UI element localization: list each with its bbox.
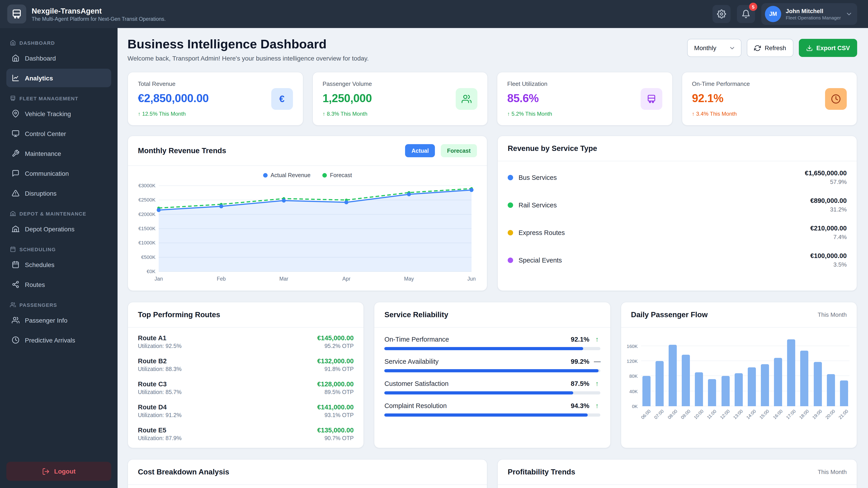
route-row-route-d4: Route D4 Utilization: 91.2% €141,000.00 … <box>128 399 364 422</box>
users-icon <box>12 316 20 324</box>
profitability-trends-card: Profitability Trends This Month <box>497 459 857 488</box>
reliability-list: On-Time Performance 92.1% ↑ Service Avai… <box>375 328 610 418</box>
service-name: Rail Services <box>519 201 557 208</box>
service-reliability-title: Service Reliability <box>384 311 448 319</box>
bar-x-label: 12:00 <box>719 409 732 421</box>
service-amount: €210,000.00 <box>810 225 847 232</box>
sidebar-item-maintenance[interactable]: Maintenance <box>6 144 111 163</box>
metric-value: 87.5% <box>571 380 589 387</box>
kpi-label: Fleet Utilization <box>507 80 552 87</box>
sidebar-item-predictive-arrivals[interactable]: Predictive Arrivals <box>6 331 111 349</box>
sidebar-item-schedules[interactable]: Schedules <box>6 255 111 274</box>
route-revenue: €135,000.00 <box>317 427 353 434</box>
sidebar-item-depot-operations[interactable]: Depot Operations <box>6 220 111 238</box>
user-menu[interactable]: JM John Mitchell Fleet Operations Manage… <box>761 3 857 25</box>
metric-label: On-Time Performance <box>384 335 571 343</box>
series-dot <box>508 257 513 263</box>
partial-row: Cost Breakdown Analysis Profitability Tr… <box>127 459 857 488</box>
kpi-value: €2,850,000.00 <box>138 92 209 105</box>
kpi-card-passenger-volume: Passenger Volume 1,250,000 ↑ 8.3% This M… <box>312 72 488 126</box>
home-icon <box>10 40 16 46</box>
service-type-row-rail-services: Rail Services €890,000.00 31.2% <box>498 191 857 219</box>
cost-breakdown-title: Cost Breakdown Analysis <box>138 468 229 476</box>
sidebar-item-label: Depot Operations <box>25 225 74 232</box>
period-select[interactable]: Monthly <box>687 39 742 57</box>
kpi-value: 92.1% <box>692 92 750 105</box>
sidebar-item-control-center[interactable]: Control Center <box>6 124 111 143</box>
service-reliability-card: Service Reliability On-Time Performance … <box>374 302 611 448</box>
sidebar-section-label: DEPOT & MAINTENANCE <box>20 211 86 216</box>
kpi-trend: ↑ 8.3% This Month <box>322 111 372 117</box>
route-name: Route D4 <box>138 403 182 411</box>
sidebar-item-passenger-info[interactable]: Passenger Info <box>6 311 111 329</box>
logout-button[interactable]: Logout <box>6 462 111 481</box>
export-csv-label: Export CSV <box>816 44 850 51</box>
progress-bar <box>384 391 600 394</box>
chevron-down-icon <box>845 10 852 18</box>
sidebar-item-disruptions[interactable]: Disruptions <box>6 184 111 202</box>
flow-bar-2000: 20:00 <box>825 336 836 418</box>
service-amount: €890,000.00 <box>810 197 847 204</box>
sidebar-item-label: Analytics <box>25 74 53 82</box>
sidebar-section-scheduling: SCHEDULING <box>10 246 107 252</box>
kpi-card-on-time-performance: On-Time Performance 92.1% ↑ 3.4% This Mo… <box>682 72 857 126</box>
svg-text:Mar: Mar <box>279 276 288 282</box>
kpi-label: On-Time Performance <box>692 80 750 87</box>
flow-bar-1800: 18:00 <box>799 336 810 418</box>
revenue-by-service-title: Revenue by Service Type <box>508 144 597 153</box>
bar-x-label: 14:00 <box>745 409 758 421</box>
sidebar-item-vehicle-tracking[interactable]: Vehicle Tracking <box>6 104 111 123</box>
bar-x-label: 17:00 <box>785 409 798 421</box>
routes-icon <box>12 281 20 288</box>
export-csv-button[interactable]: Export CSV <box>799 39 857 57</box>
refresh-button[interactable]: Refresh <box>747 39 794 57</box>
flow-bar-1100: 11:00 <box>707 336 718 418</box>
sidebar-item-label: Vehicle Tracking <box>25 110 71 117</box>
reliability-row-customer-satisfaction: Customer Satisfaction 87.5% ↑ <box>375 374 610 396</box>
sidebar-item-routes[interactable]: Routes <box>6 275 111 294</box>
toggle-actual-button[interactable]: Actual <box>405 144 435 157</box>
calendar-icon <box>10 246 16 252</box>
sidebar-item-label: Schedules <box>25 261 55 268</box>
flow-bar-0700: 07:00 <box>654 336 665 418</box>
flow-bar-2100: 21:00 <box>839 336 849 418</box>
app-logo-bus-icon <box>7 4 26 24</box>
kpi-value: 85.6% <box>507 92 552 105</box>
svg-text:Apr: Apr <box>342 276 350 282</box>
charts-row: Monthly Revenue Trends Actual Forecast A… <box>127 135 857 291</box>
kpi-label: Passenger Volume <box>322 80 372 87</box>
trend-up-arrow-icon: ↑ <box>594 402 600 410</box>
sidebar-item-analytics[interactable]: Analytics <box>6 69 111 87</box>
building-icon <box>10 210 16 217</box>
sidebar-nav: DASHBOARDDashboardAnalyticsFLEET MANAGEM… <box>6 32 111 462</box>
svg-text:€1000K: €1000K <box>138 240 156 246</box>
sidebar-item-dashboard[interactable]: Dashboard <box>6 49 111 67</box>
sidebar-item-label: Disruptions <box>25 190 57 197</box>
flow-bar-1300: 13:00 <box>733 336 744 418</box>
route-otp: 95.2% OTP <box>317 343 353 349</box>
route-utilization: Utilization: 92.5% <box>138 343 182 349</box>
svg-text:€0K: €0K <box>147 269 156 274</box>
sidebar-item-communication[interactable]: Communication <box>6 164 111 183</box>
sidebar-item-label: Routes <box>25 281 45 288</box>
metric-label: Customer Satisfaction <box>384 380 571 387</box>
bar-x-label: 13:00 <box>733 409 745 421</box>
service-percent: 7.4% <box>810 234 847 240</box>
service-name: Special Events <box>519 256 562 264</box>
flow-bar-0600: 06:00 <box>641 336 652 418</box>
users-icon <box>456 88 477 109</box>
settings-button[interactable] <box>712 5 731 23</box>
euro-icon: € <box>271 88 293 109</box>
top-routes-title: Top Performing Routes <box>138 311 220 319</box>
sidebar-section-label: DASHBOARD <box>20 40 55 45</box>
sidebar-section-fleet-management: FLEET MANAGEMENT <box>10 95 107 101</box>
toggle-forecast-button[interactable]: Forecast <box>441 144 477 157</box>
screen: Nexgile-TransAgent The Multi-Agent Platf… <box>0 0 868 488</box>
notifications-button[interactable]: 5 <box>737 5 755 23</box>
period-label: This Month <box>817 311 847 318</box>
progress-bar <box>384 369 600 372</box>
chevron-down-icon <box>729 44 736 51</box>
series-dot <box>508 230 513 235</box>
sidebar-item-label: Passenger Info <box>25 317 67 324</box>
logout-label: Logout <box>54 468 76 475</box>
